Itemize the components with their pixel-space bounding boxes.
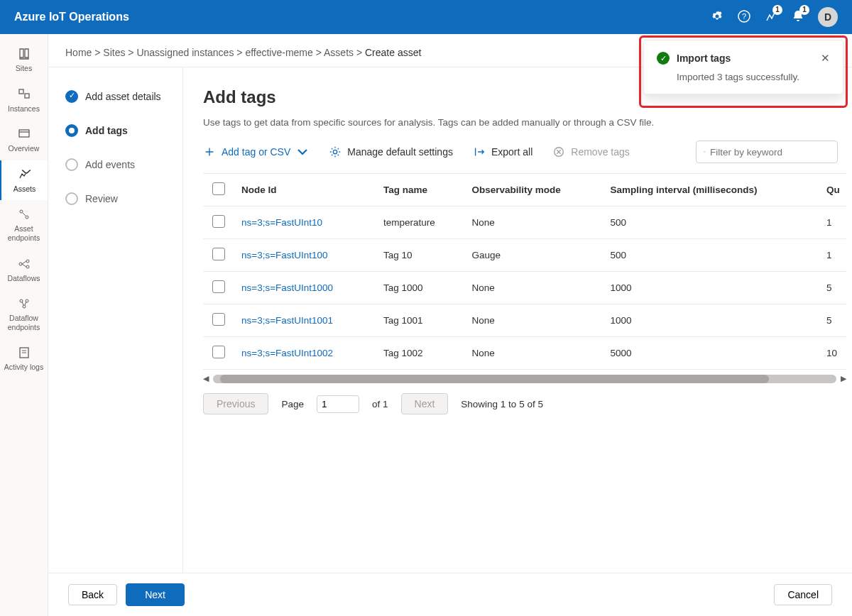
page-description: Use tags to get data from specific sourc…	[203, 117, 846, 128]
cell-interval: 500	[603, 207, 819, 239]
manage-settings-button[interactable]: Manage default settings	[329, 145, 453, 158]
avatar[interactable]: D	[818, 7, 838, 27]
select-all-checkbox[interactable]	[212, 182, 225, 195]
page-input[interactable]	[317, 395, 359, 413]
svg-point-18	[334, 150, 337, 153]
node-id-link[interactable]: ns=3;s=FastUInt1001	[234, 304, 376, 337]
node-id-link[interactable]: ns=3;s=FastUInt1000	[234, 272, 376, 304]
wizard-step-details[interactable]: Add asset details	[65, 90, 182, 103]
row-checkbox[interactable]	[212, 313, 225, 326]
pending-step-icon	[65, 158, 78, 171]
node-id-link[interactable]: ns=3;s=FastUInt100	[234, 239, 376, 272]
add-tag-button[interactable]: Add tag or CSV	[203, 145, 309, 158]
close-icon[interactable]: ✕	[821, 52, 830, 65]
svg-rect-3	[25, 94, 29, 98]
row-checkbox[interactable]	[212, 215, 225, 228]
assets-icon	[18, 167, 32, 182]
cell-qu: 1	[819, 239, 846, 272]
remove-icon	[552, 145, 565, 158]
breadcrumb-home[interactable]: Home	[65, 47, 92, 58]
table-row: ns=3;s=FastUInt100 Tag 10 Gauge 500 1	[203, 239, 846, 272]
notifications-icon[interactable]: 1	[791, 9, 805, 26]
active-step-icon	[65, 124, 78, 137]
col-qu[interactable]: Qu	[819, 174, 846, 207]
cell-qu: 1	[819, 207, 846, 239]
diagnostics-icon[interactable]: 1	[764, 9, 778, 26]
overview-icon	[17, 127, 31, 141]
col-observability[interactable]: Observability mode	[464, 174, 603, 207]
svg-line-8	[23, 213, 26, 216]
rail-asset-endpoints[interactable]: Asset endpoints	[0, 200, 48, 249]
gear-icon	[329, 145, 342, 158]
cell-mode: None	[464, 272, 603, 304]
svg-point-14	[23, 305, 26, 308]
rail-assets[interactable]: Assets	[0, 160, 48, 201]
settings-icon[interactable]	[710, 9, 724, 26]
node-id-link[interactable]: ns=3;s=FastUInt10	[234, 207, 376, 239]
rail-instances[interactable]: Instances	[0, 80, 48, 121]
svg-point-20	[704, 151, 705, 153]
rail-activity-logs[interactable]: Activity logs	[0, 339, 48, 379]
toolbar: Add tag or CSV Manage default settings E…	[203, 141, 846, 163]
rail-dataflow-endpoints[interactable]: Dataflow endpoints	[0, 290, 48, 339]
export-all-button[interactable]: Export all	[473, 145, 532, 158]
svg-point-7	[26, 216, 28, 219]
breadcrumb-unassigned[interactable]: Unassigned instances	[136, 47, 234, 58]
next-page-button: Next	[401, 393, 449, 414]
pending-step-icon	[65, 192, 78, 205]
row-checkbox[interactable]	[212, 248, 225, 260]
diagnostics-badge: 1	[772, 5, 782, 15]
filter-box[interactable]	[696, 141, 838, 163]
table-header-row: Node Id Tag name Observability mode Samp…	[203, 174, 846, 207]
rail-sites[interactable]: Sites	[0, 40, 48, 80]
col-interval[interactable]: Sampling interval (milliseconds)	[603, 174, 819, 207]
previous-button: Previous	[203, 393, 268, 414]
rail-overview[interactable]: Overview	[0, 120, 48, 160]
cell-tag-name: temperature	[376, 207, 464, 239]
of-label: of 1	[372, 399, 388, 409]
cell-mode: None	[464, 207, 603, 239]
breadcrumb-instance[interactable]: effective-meme	[245, 47, 312, 58]
cell-mode: Gauge	[464, 239, 603, 272]
instances-icon	[17, 87, 31, 101]
book-icon	[17, 47, 31, 61]
endpoints-icon	[17, 207, 31, 221]
svg-point-6	[20, 210, 23, 213]
success-icon: ✓	[657, 52, 670, 65]
wizard-step-review[interactable]: Review	[65, 192, 182, 205]
scroll-right-icon[interactable]: ▶	[841, 374, 846, 383]
plus-icon	[203, 145, 216, 158]
breadcrumb-assets[interactable]: Assets	[324, 47, 354, 58]
scroll-left-icon[interactable]: ◀	[203, 374, 209, 383]
table-row: ns=3;s=FastUInt1000 Tag 1000 None 1000 5	[203, 272, 846, 304]
help-icon[interactable]: ?	[737, 9, 751, 26]
row-checkbox[interactable]	[212, 346, 225, 358]
breadcrumb-sites[interactable]: Sites	[103, 47, 125, 58]
cell-interval: 1000	[603, 272, 819, 304]
col-node-id[interactable]: Node Id	[234, 174, 376, 207]
cell-mode: None	[464, 337, 603, 370]
cell-qu: 5	[819, 272, 846, 304]
node-id-link[interactable]: ns=3;s=FastUInt1002	[234, 337, 376, 370]
top-header: Azure IoT Operations ? 1 1 D	[0, 0, 852, 34]
dataflows-icon	[17, 257, 31, 271]
wizard-step-events[interactable]: Add events	[65, 158, 182, 171]
svg-point-9	[19, 263, 22, 265]
back-button[interactable]: Back	[68, 584, 117, 605]
cell-interval: 500	[603, 239, 819, 272]
cancel-button[interactable]: Cancel	[774, 584, 832, 605]
cell-tag-name: Tag 1001	[376, 304, 464, 337]
horizontal-scrollbar[interactable]: ◀ ▶	[203, 374, 846, 383]
rail-dataflows[interactable]: Dataflows	[0, 250, 48, 290]
logs-icon	[17, 346, 31, 360]
row-checkbox[interactable]	[212, 280, 225, 293]
col-tag-name[interactable]: Tag name	[376, 174, 464, 207]
search-icon	[704, 146, 706, 158]
filter-input[interactable]	[710, 147, 830, 158]
cell-tag-name: Tag 1000	[376, 272, 464, 304]
next-button[interactable]: Next	[126, 583, 185, 606]
table-row: ns=3;s=FastUInt10 temperature None 500 1	[203, 207, 846, 239]
table-row: ns=3;s=FastUInt1001 Tag 1001 None 1000 5	[203, 304, 846, 337]
cell-mode: None	[464, 304, 603, 337]
wizard-step-tags[interactable]: Add tags	[65, 124, 182, 137]
